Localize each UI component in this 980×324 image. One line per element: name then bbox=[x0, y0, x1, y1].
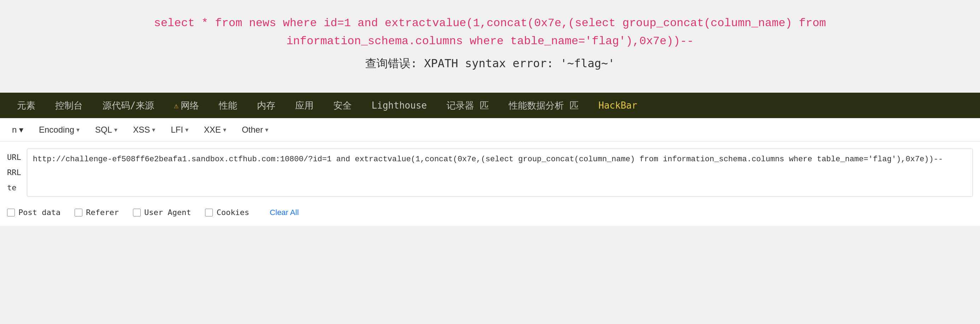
url-label-col: URL RRL te bbox=[7, 148, 21, 197]
other-dropdown-btn[interactable]: Other ▾ bbox=[235, 122, 275, 137]
hackbar-area: URL RRL te Post data Referer User Agent bbox=[0, 142, 980, 226]
n-dropdown-btn[interactable]: n ▾ bbox=[6, 122, 30, 137]
referer-checkbox[interactable] bbox=[75, 209, 83, 217]
tab-recorder[interactable]: 记录器 匹 bbox=[437, 93, 499, 118]
encoding-chevron-icon: ▾ bbox=[76, 126, 80, 134]
sql-line2: information_schema.columns where table_n… bbox=[154, 32, 826, 50]
xss-label: XSS bbox=[133, 125, 150, 135]
cookies-checkbox-item[interactable]: Cookies bbox=[205, 208, 249, 217]
xss-chevron-icon: ▾ bbox=[152, 126, 155, 134]
xxe-chevron-icon: ▾ bbox=[223, 126, 226, 134]
user-agent-checkbox-item[interactable]: User Agent bbox=[133, 208, 191, 217]
cookies-checkbox[interactable] bbox=[205, 209, 213, 217]
tab-memory[interactable]: 内存 bbox=[247, 93, 285, 118]
tab-network[interactable]: ⚠ 网络 bbox=[164, 93, 209, 118]
tab-hackbar[interactable]: HackBar bbox=[589, 93, 648, 118]
xxe-label: XXE bbox=[204, 125, 221, 135]
tab-sources[interactable]: 源代码/来源 bbox=[92, 93, 164, 118]
tab-performance[interactable]: 性能 bbox=[209, 93, 247, 118]
url-section: URL RRL te bbox=[7, 148, 973, 197]
lfi-chevron-icon: ▾ bbox=[185, 126, 188, 134]
error-message: 查询错误: XPATH syntax error: '~flag~' bbox=[365, 56, 615, 72]
url-input-wrapper[interactable] bbox=[27, 148, 973, 197]
url-label-te: te bbox=[7, 181, 21, 195]
n-label: n ▾ bbox=[12, 125, 23, 135]
user-agent-checkbox[interactable] bbox=[133, 209, 141, 217]
cookies-label: Cookies bbox=[216, 208, 249, 217]
lfi-label: LFI bbox=[171, 125, 183, 135]
xxe-dropdown-btn[interactable]: XXE ▾ bbox=[197, 122, 232, 137]
url-label-top: URL bbox=[7, 151, 21, 164]
sql-line1: select * from news where id=1 and extrac… bbox=[154, 14, 826, 32]
tab-elements[interactable]: 元素 bbox=[7, 93, 45, 118]
encoding-dropdown-btn[interactable]: Encoding ▾ bbox=[32, 122, 86, 137]
post-data-label: Post data bbox=[18, 208, 60, 217]
warning-icon: ⚠ bbox=[174, 101, 178, 110]
tab-lighthouse[interactable]: Lighthouse bbox=[362, 93, 437, 118]
tab-console[interactable]: 控制台 bbox=[45, 93, 92, 118]
tab-application[interactable]: 应用 bbox=[285, 93, 323, 118]
devtools-bar: 元素 控制台 源代码/来源 ⚠ 网络 性能 内存 应用 安全 Lighthous… bbox=[0, 93, 980, 118]
post-data-checkbox-item[interactable]: Post data bbox=[7, 208, 60, 217]
sql-dropdown-btn[interactable]: SQL ▾ bbox=[89, 122, 124, 137]
content-area: select * from news where id=1 and extrac… bbox=[0, 0, 980, 93]
sql-label: SQL bbox=[95, 125, 112, 135]
lfi-dropdown-btn[interactable]: LFI ▾ bbox=[164, 122, 195, 137]
tab-performance-insights[interactable]: 性能数据分析 匹 bbox=[499, 93, 589, 118]
other-chevron-icon: ▾ bbox=[265, 126, 268, 134]
user-agent-label: User Agent bbox=[144, 208, 191, 217]
post-data-checkbox[interactable] bbox=[7, 209, 15, 217]
clear-all-button[interactable]: Clear All bbox=[267, 207, 302, 219]
xss-dropdown-btn[interactable]: XSS ▾ bbox=[127, 122, 162, 137]
options-row: Post data Referer User Agent Cookies Cle… bbox=[7, 200, 973, 226]
referer-label: Referer bbox=[86, 208, 119, 217]
url-input[interactable] bbox=[33, 153, 967, 191]
url-label-bottom: RRL bbox=[7, 166, 21, 180]
referer-checkbox-item[interactable]: Referer bbox=[75, 208, 119, 217]
sql-query-display: select * from news where id=1 and extrac… bbox=[154, 14, 826, 50]
toolbar-row: n ▾ Encoding ▾ SQL ▾ XSS ▾ LFI ▾ XXE ▾ O… bbox=[0, 118, 980, 142]
clear-all-label: Clear All bbox=[270, 208, 299, 217]
other-label: Other bbox=[242, 125, 263, 135]
tab-security[interactable]: 安全 bbox=[323, 93, 362, 118]
encoding-label: Encoding bbox=[39, 125, 74, 135]
sql-chevron-icon: ▾ bbox=[114, 126, 118, 134]
